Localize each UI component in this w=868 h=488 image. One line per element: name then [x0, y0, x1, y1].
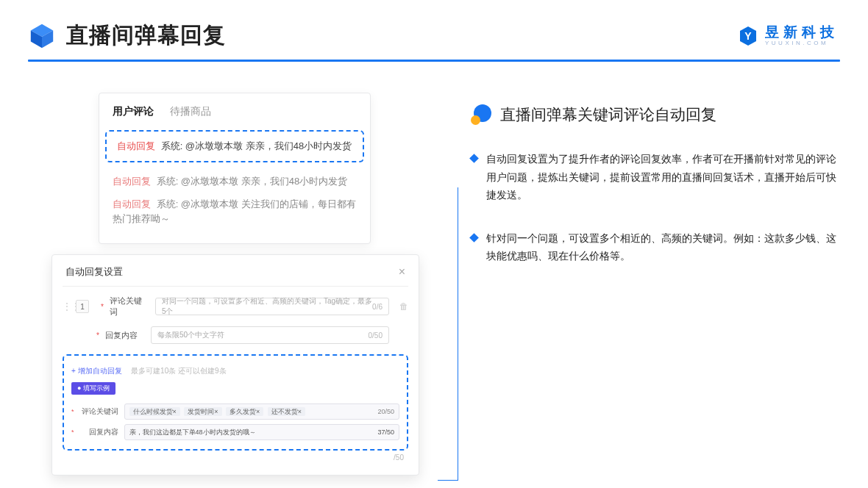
connector-line — [438, 187, 458, 481]
dialog-title: 自动回复设置 — [65, 265, 123, 279]
content-input[interactable]: 每条限50个中文字符 0/50 — [151, 326, 389, 344]
auto-reply-line-3: 自动回复 系统: @冰墩墩本墩 关注我们的店铺，每日都有热门推荐呦～ — [99, 193, 370, 230]
svg-text:Y: Y — [744, 30, 752, 42]
settings-dialog: 自动回复设置 × ⋮⋮ 1 * 评论关键词 对同一个问题，可设置多个相近、高频的… — [51, 254, 419, 476]
keyword-label: 评论关键词 — [110, 295, 149, 317]
example-content-row: * 回复内容 亲，我们这边都是下单48小时内发货的哦～ 37/50 — [71, 424, 399, 440]
header: 直播间弹幕回复 Y 昱新科技 YUUXIN.COM — [0, 0, 868, 60]
drag-handle-icon[interactable]: ⋮⋮ — [63, 301, 70, 312]
brand-url: YUUXIN.COM — [765, 40, 839, 46]
tag[interactable]: 还不发货× — [268, 407, 305, 416]
bullet-1: 自动回复设置为了提升作者的评论回复效率，作者可在开播前针对常见的评论用户问题，提… — [471, 150, 839, 204]
diamond-icon — [469, 154, 479, 163]
example-keyword-input[interactable]: 什么时候发货× 发货时间× 多久发货× 还不发货× 20/50 — [124, 403, 399, 420]
content-row: * 回复内容 每条限50个中文字符 0/50 — [63, 326, 408, 344]
tag[interactable]: 发货时间× — [184, 407, 221, 416]
auto-reply-badge: 自动回复 — [117, 140, 155, 151]
example-pill: ● 填写示例 — [71, 382, 115, 395]
header-left: 直播间弹幕回复 — [28, 21, 226, 51]
outer-count: /50 — [63, 451, 408, 462]
auto-reply-highlight: 自动回复 系统: @冰墩墩本墩 亲亲，我们48小时内发货 — [114, 139, 355, 154]
highlight-frame: 自动回复 系统: @冰墩墩本墩 亲亲，我们48小时内发货 — [105, 130, 364, 162]
brand-logo: Y 昱新科技 YUUXIN.COM — [737, 25, 839, 47]
description-column: 直播间弹幕关键词评论自动回复 自动回复设置为了提升作者的评论回复效率，作者可在开… — [471, 93, 839, 445]
keyword-input[interactable]: 对同一个问题，可设置多个相近、高频的关键词，Tag确定，最多5个 0/6 — [155, 298, 389, 315]
screenshot-column: 用户评论 待播商品 自动回复 系统: @冰墩墩本墩 亲亲，我们48小时内发货 自… — [66, 93, 405, 445]
sub-title: 直播间弹幕关键词评论自动回复 — [500, 104, 716, 125]
bubble-icon — [471, 104, 491, 125]
sequence-number: 1 — [76, 300, 89, 313]
keyword-row: ⋮⋮ 1 * 评论关键词 对同一个问题，可设置多个相近、高频的关键词，Tag确定… — [63, 295, 408, 317]
example-frame: + 增加自动回复 最多可建10条 还可以创建9条 ● 填写示例 * 评论关键词 … — [63, 354, 408, 451]
cube-icon — [28, 22, 56, 50]
brand-name: 昱新科技 — [765, 25, 839, 39]
example-content-input[interactable]: 亲，我们这边都是下单48小时内发货的哦～ 37/50 — [124, 424, 399, 440]
bullet-2: 针对同一个问题，可设置多个相近的、高频的关键词。例如：这款多少钱、这块能优惠吗、… — [471, 229, 839, 265]
tab-user-comments[interactable]: 用户评论 — [113, 105, 154, 118]
auto-reply-line-2: 自动回复 系统: @冰墩墩本墩 亲亲，我们48小时内发货 — [99, 170, 370, 193]
example-keyword-row: * 评论关键词 什么时候发货× 发货时间× 多久发货× 还不发货× 20/50 — [71, 403, 399, 420]
tag[interactable]: 多久发货× — [226, 407, 263, 416]
add-reply-note: 最多可建10条 还可以创建9条 — [131, 367, 226, 375]
page-title: 直播间弹幕回复 — [66, 21, 226, 51]
brand-mark-icon: Y — [737, 25, 759, 47]
delete-icon[interactable]: 🗑 — [399, 301, 408, 312]
close-icon[interactable]: × — [399, 265, 405, 279]
content-label: 回复内容 — [105, 330, 145, 341]
comments-panel: 用户评论 待播商品 自动回复 系统: @冰墩墩本墩 亲亲，我们48小时内发货 自… — [99, 93, 371, 244]
tag[interactable]: 什么时候发货× — [129, 407, 180, 416]
auto-reply-text: 系统: @冰墩墩本墩 亲亲，我们48小时内发货 — [161, 140, 352, 151]
subhead: 直播间弹幕关键词评论自动回复 — [471, 104, 839, 125]
tab-pending-goods[interactable]: 待播商品 — [170, 105, 211, 118]
diamond-icon — [469, 233, 479, 243]
add-reply-link[interactable]: + 增加自动回复 — [71, 367, 122, 375]
